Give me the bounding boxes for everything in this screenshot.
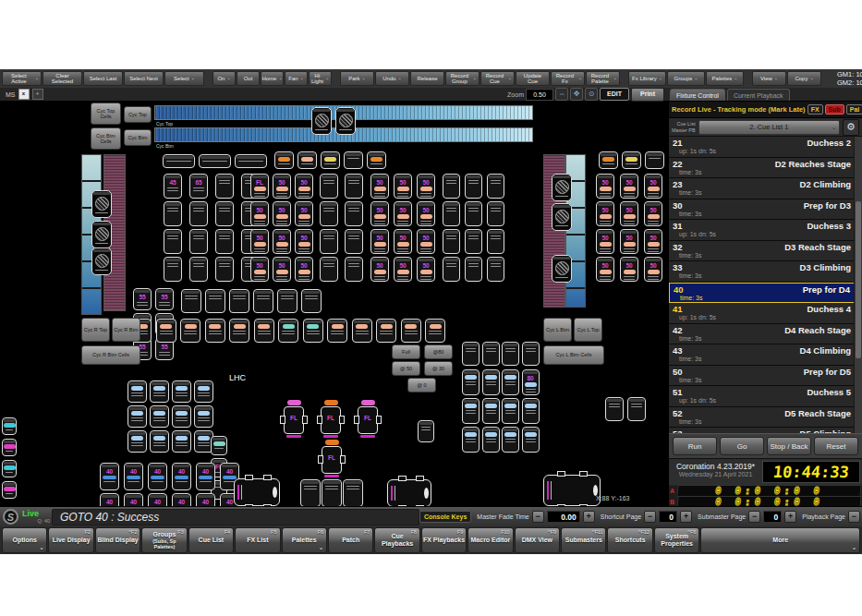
- fixture-cell[interactable]: [465, 229, 482, 254]
- fixture-cell[interactable]: 50: [273, 257, 291, 282]
- fixture-cell[interactable]: [164, 257, 182, 282]
- moving-light-icon[interactable]: [552, 174, 572, 201]
- fixture-cell[interactable]: [482, 342, 500, 366]
- fixture-cell[interactable]: [274, 151, 294, 169]
- toolbar-button-release[interactable]: Release: [410, 71, 444, 86]
- run-button[interactable]: Run: [673, 437, 717, 455]
- fixture-cell[interactable]: [345, 201, 363, 226]
- sheet-button-full[interactable]: Full: [392, 344, 420, 359]
- toolbar-button-on[interactable]: On⌄: [212, 71, 236, 86]
- fixture-cell[interactable]: [150, 405, 169, 428]
- sheet-button-cyc-l-btm[interactable]: Cyc L Btm: [543, 318, 572, 342]
- fixture-cell[interactable]: [345, 229, 363, 254]
- fixture-cell[interactable]: [462, 342, 480, 366]
- fixture-cell[interactable]: [320, 174, 338, 199]
- fixture-cell[interactable]: 50: [596, 174, 614, 199]
- shortcut-page-plus-button[interactable]: +: [680, 511, 692, 523]
- fixture-cell[interactable]: [502, 369, 519, 395]
- fixture-cell[interactable]: [418, 420, 434, 442]
- cue-row[interactable]: 32D3 Reach Stagetime: 3s: [669, 241, 862, 262]
- boom-fixture[interactable]: [387, 479, 431, 506]
- fixture-cell[interactable]: [425, 319, 445, 343]
- fixture-cell[interactable]: [301, 289, 322, 313]
- submaster-page-minus-button[interactable]: −: [748, 511, 760, 523]
- sheet-button-cyc-r-top[interactable]: Cyc R Top: [81, 318, 110, 342]
- fixture-cell[interactable]: [199, 154, 231, 168]
- close-tab-icon[interactable]: x: [18, 89, 30, 100]
- fixture-cell[interactable]: 45: [164, 174, 182, 199]
- sheet-button-cyc-top[interactable]: Cyc Top: [124, 106, 152, 123]
- fixture-cell[interactable]: [205, 289, 225, 313]
- console-keys-button[interactable]: Console Keys: [419, 511, 471, 523]
- fixture-cell[interactable]: [150, 430, 169, 453]
- fixture-cell[interactable]: 55: [155, 288, 174, 310]
- toolbar-button-record-group[interactable]: Record Group⌄: [445, 71, 480, 86]
- fixture-cell[interactable]: [482, 398, 500, 424]
- fixture-cell[interactable]: 50: [273, 201, 291, 226]
- fixture-cell[interactable]: [127, 430, 147, 453]
- fixture-cell[interactable]: [345, 257, 363, 282]
- fixture-cell[interactable]: [164, 201, 182, 226]
- fixture-cell[interactable]: [181, 289, 201, 313]
- fixture-cell[interactable]: [322, 479, 342, 506]
- fkey-cue-playbacks[interactable]: F8Cue Playbacks: [374, 527, 419, 553]
- fixture-cell[interactable]: [303, 319, 323, 343]
- fkey-shortcuts[interactable]: ^F12Shortcuts: [607, 527, 652, 553]
- sheet-button-80[interactable]: @80: [424, 344, 453, 359]
- fixture-cell[interactable]: 50: [370, 201, 389, 226]
- fixture-cell[interactable]: 80: [522, 369, 540, 395]
- fixture-cell[interactable]: [522, 398, 540, 424]
- edit-button[interactable]: EDIT: [600, 88, 629, 101]
- fixture-cell[interactable]: [277, 289, 297, 313]
- fixture-cell[interactable]: [215, 201, 234, 226]
- fixture-cell[interactable]: [164, 229, 182, 254]
- fixture-cell[interactable]: 40: [100, 493, 119, 506]
- playback-page-minus-button[interactable]: −: [848, 511, 860, 523]
- fixture-cell[interactable]: [215, 257, 234, 282]
- cue-row[interactable]: 51Duchess 5up: 1s dn: 5s: [669, 386, 862, 407]
- record-sub-button[interactable]: Sub: [825, 104, 844, 115]
- panel-tab-current-playback[interactable]: Current Playback: [727, 89, 790, 101]
- add-tab-icon[interactable]: +: [32, 89, 43, 100]
- fixture-cell[interactable]: 40: [172, 463, 191, 490]
- fixture-cell[interactable]: 50: [250, 229, 269, 254]
- moving-light-icon[interactable]: [91, 221, 112, 248]
- sheet-button-cyc-l-top[interactable]: Cyc L Top: [574, 318, 602, 342]
- fixture-cell[interactable]: [522, 427, 540, 453]
- fixture-cell[interactable]: 55: [133, 288, 152, 310]
- pan-icon[interactable]: ✥: [570, 88, 583, 101]
- fixture-cell[interactable]: [344, 151, 363, 169]
- fixture-cell[interactable]: [462, 369, 480, 395]
- cue-row[interactable]: 40Prep for D4time: 3s: [669, 283, 862, 304]
- fixture-cell[interactable]: [443, 257, 460, 282]
- cue-row[interactable]: 42D4 Reach Stagetime: 3s: [669, 324, 862, 345]
- reset-button[interactable]: Reset: [814, 437, 858, 455]
- fkey-fx-playbacks[interactable]: F9FX Playbacks: [421, 527, 467, 553]
- fixture-cell[interactable]: [645, 151, 664, 169]
- fixture-cell[interactable]: [622, 151, 641, 169]
- toolbar-button-view[interactable]: View⌄: [752, 71, 786, 86]
- fixture-cell[interactable]: [502, 398, 519, 424]
- fkey-groups[interactable]: F3Groups(Subs, Sp Palettes): [141, 527, 187, 553]
- fixture-cell[interactable]: [482, 369, 500, 395]
- sheet-button-cyc-btm-cells[interactable]: Cyc Btm Cells: [91, 127, 121, 150]
- fixture-cell[interactable]: [150, 380, 169, 403]
- fixture-cell[interactable]: 40: [196, 463, 215, 490]
- fkey-more[interactable]: More⌄: [700, 527, 860, 553]
- fixture-cell[interactable]: [278, 319, 298, 343]
- fixture-cell[interactable]: 40: [148, 493, 167, 506]
- center-view-icon[interactable]: ⊙: [585, 88, 598, 101]
- fixture-cell[interactable]: [487, 174, 504, 199]
- fixture-cell[interactable]: 50: [644, 174, 662, 199]
- sheet-button-0[interactable]: @ 0: [407, 378, 436, 393]
- fixture-cell[interactable]: [462, 398, 480, 424]
- toolbar-button-select-active[interactable]: Select Active⌄: [2, 71, 42, 86]
- record-pal-button[interactable]: Pal: [846, 104, 862, 115]
- fixture-cell[interactable]: 50: [250, 201, 269, 226]
- fixture-cell[interactable]: [172, 430, 191, 453]
- toolbar-button-select-next[interactable]: Select Next: [124, 71, 164, 86]
- moving-light-icon[interactable]: [552, 203, 572, 231]
- master-fade-time-value[interactable]: 0.00: [547, 511, 580, 523]
- fixture-cell[interactable]: [320, 257, 338, 282]
- fkey-live-display[interactable]: F2Live Display: [48, 527, 93, 553]
